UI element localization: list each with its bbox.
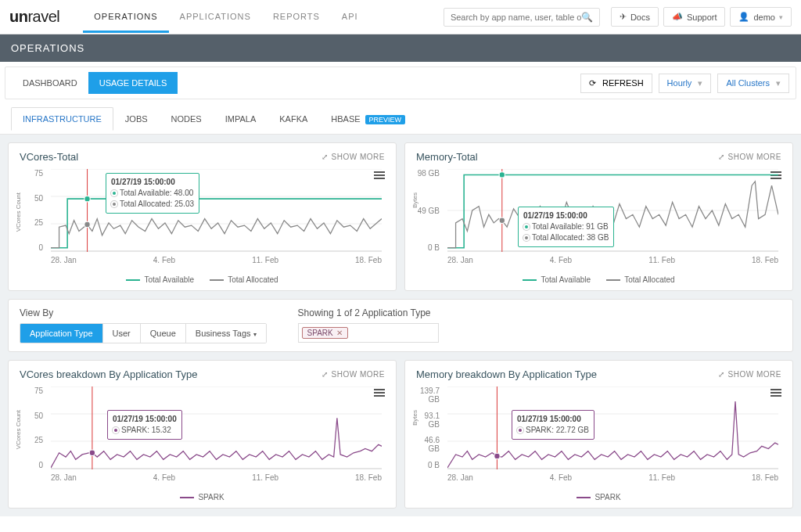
top-nav: OPERATIONS APPLICATIONS REPORTS API	[83, 1, 368, 33]
chart-tooltip: 01/27/19 15:00:00 SPARK: 15.32	[107, 410, 182, 440]
chart-legend: Total Available Total Allocated	[416, 275, 781, 284]
subtab-jobs[interactable]: JOBS	[113, 107, 160, 131]
nav-operations[interactable]: OPERATIONS	[83, 1, 168, 33]
card-memory-total: Memory-Total ⤢SHOW MORE Bytes 98 GB 49 G…	[404, 142, 793, 291]
refresh-button[interactable]: ⟳REFRESH	[580, 74, 652, 93]
caret-down-icon: ▾	[698, 78, 702, 88]
granularity-select[interactable]: Hourly▾	[659, 74, 712, 93]
chart-legend: SPARK	[20, 493, 385, 501]
chart-vcores-breakdown: VCores Count 75 50 25 0 01/27/19 15:00:0…	[20, 386, 385, 488]
showing-text: Showing 1 of 2 Application Type	[298, 307, 439, 318]
subtab-infrastructure[interactable]: INFRASTRUCTURE	[11, 107, 113, 131]
caret-down-icon: ▾	[779, 13, 783, 21]
expand-icon: ⤢	[718, 370, 725, 379]
tab-row: DASHBOARD USAGE DETAILS ⟳REFRESH Hourly▾…	[5, 66, 796, 99]
chart-title: Memory-Total	[416, 151, 478, 163]
chart-title: Memory breakdown By Application Type	[416, 368, 597, 380]
support-button[interactable]: 📣Support	[663, 7, 726, 27]
show-more-button[interactable]: ⤢SHOW MORE	[321, 370, 385, 379]
viewby-businesstags[interactable]: Business Tags ▾	[186, 324, 266, 343]
viewby-label: View By	[20, 307, 267, 318]
card-vcores-breakdown: VCores breakdown By Application Type ⤢SH…	[8, 360, 397, 509]
chart-title: VCores-Total	[20, 151, 78, 163]
nav-applications[interactable]: APPLICATIONS	[169, 1, 262, 33]
docs-button[interactable]: ✈Docs	[611, 7, 659, 27]
user-icon: 👤	[738, 12, 749, 22]
caret-down-icon: ▾	[776, 78, 781, 88]
sub-tabs: INFRASTRUCTURE JOBS NODES IMPALA KAFKA H…	[0, 104, 801, 135]
subtab-kafka[interactable]: KAFKA	[268, 107, 319, 131]
chart-tooltip: 01/27/19 15:00:00 Total Available: 91 GB…	[518, 207, 614, 247]
preview-badge: PREVIEW	[365, 115, 406, 124]
viewby-group: Application Type User Queue Business Tag…	[20, 323, 267, 343]
chart-memory-breakdown: Bytes 139.7 GB 93.1 GB 46.6 GB 0 B 01/27…	[416, 386, 781, 488]
viewby-apptype[interactable]: Application Type	[20, 324, 103, 343]
close-icon[interactable]: ✕	[336, 329, 343, 337]
show-more-button[interactable]: ⤢SHOW MORE	[718, 370, 781, 379]
search-input[interactable]	[451, 13, 581, 22]
subtab-hbase[interactable]: HBASEPREVIEW	[319, 107, 417, 131]
caret-down-icon: ▾	[253, 331, 257, 338]
tab-dashboard[interactable]: DASHBOARD	[12, 72, 88, 94]
card-vcores-total: VCores-Total ⤢SHOW MORE VCores Count 75 …	[8, 142, 397, 291]
nav-api[interactable]: API	[331, 1, 369, 33]
svg-point-12	[499, 217, 505, 223]
send-icon: ✈	[620, 12, 627, 22]
bullhorn-icon: 📣	[672, 12, 683, 22]
expand-icon: ⤢	[718, 153, 725, 161]
subtab-impala[interactable]: IMPALA	[214, 107, 268, 131]
chart-memory-total: Bytes 98 GB 49 GB 0 B 01/27/19 15:00:00 …	[416, 169, 781, 271]
content-area: VCores-Total ⤢SHOW MORE VCores Count 75 …	[0, 135, 801, 516]
chart-vcores-total: VCores Count 75 50 25 0 01/27/19 15:00:0…	[20, 169, 385, 271]
topbar: unravel OPERATIONS APPLICATIONS REPORTS …	[0, 0, 801, 34]
tab-usage-details[interactable]: USAGE DETAILS	[88, 72, 178, 94]
show-more-button[interactable]: ⤢SHOW MORE	[718, 153, 781, 161]
chart-legend: Total Available Total Allocated	[20, 275, 385, 284]
expand-icon: ⤢	[321, 153, 329, 161]
filter-tag-spark[interactable]: SPARK✕	[302, 327, 348, 339]
subtab-nodes[interactable]: NODES	[160, 107, 214, 131]
search-box[interactable]: 🔍	[444, 8, 600, 27]
card-memory-breakdown: Memory breakdown By Application Type ⤢SH…	[404, 360, 793, 509]
viewby-queue[interactable]: Queue	[141, 324, 186, 343]
filter-tagbox[interactable]: SPARK✕	[298, 323, 439, 343]
svg-point-5	[84, 196, 90, 201]
expand-icon: ⤢	[321, 370, 329, 379]
chart-tooltip: 01/27/19 15:00:00 Total Available: 48.00…	[106, 173, 199, 214]
chart-title: VCores breakdown By Application Type	[20, 368, 197, 380]
search-icon[interactable]: 🔍	[581, 12, 593, 23]
user-menu[interactable]: 👤demo▾	[730, 7, 792, 27]
show-more-button[interactable]: ⤢SHOW MORE	[321, 153, 385, 161]
nav-reports[interactable]: REPORTS	[262, 1, 331, 33]
page-title: OPERATIONS	[0, 34, 801, 62]
clusters-select[interactable]: All Clusters▾	[717, 74, 789, 93]
chart-tooltip: 01/27/19 15:00:00 SPARK: 22.72 GB	[512, 410, 594, 440]
svg-point-24	[494, 453, 500, 458]
logo: unravel	[9, 8, 59, 26]
svg-point-18	[89, 450, 95, 455]
viewby-user[interactable]: User	[103, 324, 141, 343]
refresh-icon: ⟳	[589, 78, 596, 88]
svg-point-11	[499, 172, 505, 178]
filter-bar: View By Application Type User Queue Busi…	[8, 299, 793, 352]
chart-legend: SPARK	[416, 493, 781, 501]
svg-point-6	[84, 221, 90, 227]
